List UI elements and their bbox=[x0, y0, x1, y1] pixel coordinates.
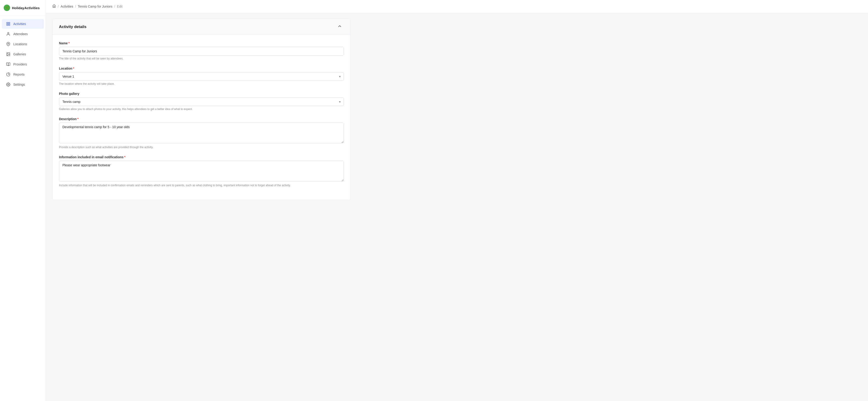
location-select[interactable]: Venue 1 Venue 2 Venue 3 bbox=[59, 72, 344, 81]
email-info-help: Include information that will be include… bbox=[59, 184, 344, 187]
grid-icon bbox=[6, 22, 10, 26]
svg-point-5 bbox=[8, 43, 9, 44]
image-icon bbox=[6, 52, 10, 57]
name-label: Name * bbox=[59, 41, 344, 45]
page-content: Activity details Name * The title of the… bbox=[46, 13, 868, 401]
svg-rect-0 bbox=[7, 22, 8, 23]
breadcrumb: / Activities / Tennis Camp for Juniors /… bbox=[46, 0, 868, 13]
sidebar-activities-label: Activities bbox=[13, 22, 26, 26]
location-help: The location where the activity will tak… bbox=[59, 82, 344, 85]
sidebar-providers-label: Providers bbox=[13, 62, 27, 66]
email-info-required: * bbox=[124, 155, 125, 159]
location-required: * bbox=[73, 66, 74, 70]
sidebar-item-activities[interactable]: Activities bbox=[2, 19, 44, 29]
svg-point-4 bbox=[7, 32, 9, 34]
activity-details-card: Activity details Name * The title of the… bbox=[52, 19, 350, 200]
photo-gallery-select-wrapper: Tennis camp Gallery 2 ▾ bbox=[59, 97, 344, 106]
home-icon[interactable] bbox=[52, 4, 56, 9]
sidebar-item-galleries[interactable]: Galleries bbox=[2, 49, 44, 59]
description-label: Description * bbox=[59, 117, 344, 121]
collapse-button[interactable] bbox=[336, 23, 344, 31]
card-title: Activity details bbox=[59, 25, 87, 29]
logo-icon: 🌿 bbox=[4, 5, 10, 11]
main-content: / Activities / Tennis Camp for Juniors /… bbox=[46, 0, 868, 401]
photo-gallery-label: Photo gallery bbox=[59, 92, 344, 95]
location-select-wrapper: Venue 1 Venue 2 Venue 3 ▾ bbox=[59, 72, 344, 81]
email-info-label: Information included in email notificati… bbox=[59, 155, 344, 159]
photo-gallery-field-group: Photo gallery Tennis camp Gallery 2 ▾ Ga… bbox=[59, 92, 344, 111]
sidebar-reports-label: Reports bbox=[13, 73, 25, 76]
gear-icon bbox=[6, 82, 10, 87]
location-icon bbox=[6, 42, 10, 47]
name-field-group: Name * The title of the activity that wi… bbox=[59, 41, 344, 60]
svg-point-8 bbox=[8, 84, 9, 85]
photo-gallery-help: Galleries allow you to attach photos to … bbox=[59, 108, 344, 111]
sidebar-item-reports[interactable]: Reports bbox=[2, 69, 44, 79]
svg-rect-1 bbox=[9, 22, 10, 23]
brand-name: HolidayActivities bbox=[12, 6, 40, 10]
sidebar: 🌿 HolidayActivities Activities Attendees bbox=[0, 0, 46, 401]
name-required: * bbox=[68, 41, 69, 45]
breadcrumb-sep-3: / bbox=[114, 5, 115, 8]
app-logo: 🌿 HolidayActivities bbox=[0, 0, 45, 16]
location-field-group: Location * Venue 1 Venue 2 Venue 3 ▾ The… bbox=[59, 66, 344, 85]
name-help: The title of the activity that will be s… bbox=[59, 57, 344, 60]
photo-gallery-select[interactable]: Tennis camp Gallery 2 bbox=[59, 97, 344, 106]
sidebar-locations-label: Locations bbox=[13, 42, 27, 46]
card-body: Name * The title of the activity that wi… bbox=[53, 35, 350, 200]
svg-rect-3 bbox=[9, 24, 10, 26]
email-info-textarea[interactable]: Please wear appropriate footwear bbox=[59, 161, 344, 181]
sidebar-galleries-label: Galleries bbox=[13, 52, 26, 56]
sidebar-nav: Activities Attendees Locations bbox=[0, 16, 45, 401]
card-header: Activity details bbox=[53, 19, 350, 35]
email-info-field-group: Information included in email notificati… bbox=[59, 155, 344, 187]
description-help: Provide a description such as what activ… bbox=[59, 146, 344, 149]
sidebar-settings-label: Settings bbox=[13, 83, 25, 86]
book-icon bbox=[6, 62, 10, 66]
sidebar-item-locations[interactable]: Locations bbox=[2, 39, 44, 49]
sidebar-attendees-label: Attendees bbox=[13, 32, 28, 36]
breadcrumb-activities-link[interactable]: Activities bbox=[61, 5, 73, 8]
sidebar-item-attendees[interactable]: Attendees bbox=[2, 29, 44, 39]
sidebar-item-settings[interactable]: Settings bbox=[2, 80, 44, 89]
svg-point-7 bbox=[7, 53, 8, 54]
sidebar-item-providers[interactable]: Providers bbox=[2, 59, 44, 69]
breadcrumb-current: Edit bbox=[117, 5, 123, 8]
person-icon bbox=[6, 32, 10, 36]
description-field-group: Description * Developmental tennis camp … bbox=[59, 117, 344, 149]
description-required: * bbox=[77, 117, 79, 121]
location-label: Location * bbox=[59, 66, 344, 70]
breadcrumb-sep-2: / bbox=[75, 5, 76, 8]
svg-rect-2 bbox=[7, 24, 8, 26]
breadcrumb-sep-1: / bbox=[58, 5, 59, 8]
description-textarea[interactable]: Developmental tennis camp for 5 - 10 yea… bbox=[59, 123, 344, 143]
name-input[interactable] bbox=[59, 47, 344, 56]
breadcrumb-page-link[interactable]: Tennis Camp for Juniors bbox=[78, 5, 113, 8]
chart-icon bbox=[6, 72, 10, 77]
